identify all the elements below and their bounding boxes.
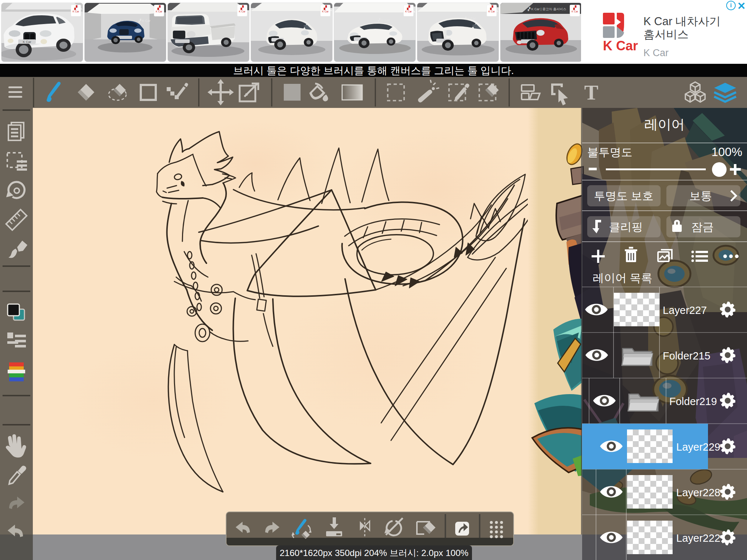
svg-text:K Car: K Car bbox=[603, 38, 638, 53]
svg-text:불투명도: 불투명도 bbox=[587, 146, 632, 159]
svg-text:잠금: 잠금 bbox=[691, 221, 714, 233]
svg-text:K Car: K Car bbox=[23, 40, 31, 44]
svg-text:레이어 목록: 레이어 목록 bbox=[593, 272, 653, 284]
svg-text:클리핑: 클리핑 bbox=[609, 221, 643, 233]
svg-text:Layer222: Layer222 bbox=[676, 532, 720, 544]
svg-text:▞ K Car: ▞ K Car bbox=[138, 19, 150, 23]
svg-text:▞ K Car: ▞ K Car bbox=[378, 18, 390, 22]
svg-text:Folder219: Folder219 bbox=[669, 396, 717, 407]
svg-text:보통: 보통 bbox=[689, 190, 712, 202]
svg-text:Folder215: Folder215 bbox=[663, 350, 711, 362]
svg-text:Layer228: Layer228 bbox=[676, 487, 720, 498]
svg-text:100%: 100% bbox=[712, 145, 742, 159]
svg-text:투명도 보호: 투명도 보호 bbox=[594, 190, 654, 202]
svg-text:▞ K Car | 중고차 홈서비스: ▞ K Car | 중고차 홈서비스 bbox=[527, 7, 566, 11]
svg-text:Layer229: Layer229 bbox=[676, 441, 720, 453]
svg-text:T: T bbox=[584, 81, 599, 104]
svg-text:레이어: 레이어 bbox=[645, 117, 685, 132]
svg-text:Layer227: Layer227 bbox=[663, 304, 707, 316]
